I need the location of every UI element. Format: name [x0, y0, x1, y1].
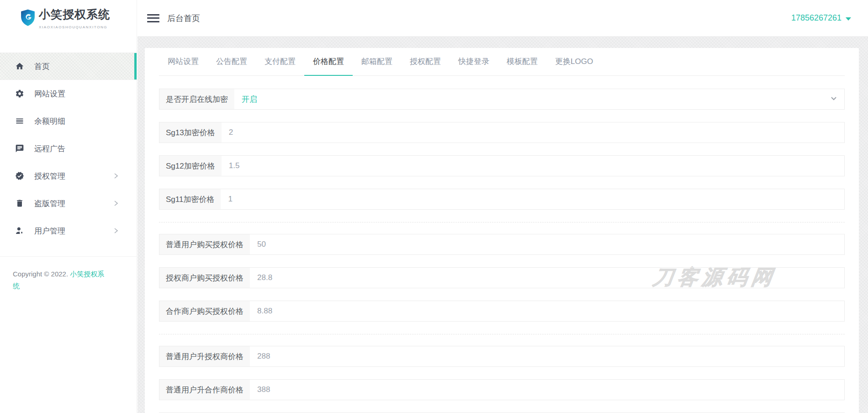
- app-root: 小笑授权系统 XIAOXIAOSHOUQUANXITONG 首页 网站设置: [0, 0, 868, 413]
- hamburger-icon[interactable]: [147, 12, 159, 24]
- select-value: 开启: [242, 94, 257, 105]
- sg13-price-input[interactable]: [222, 122, 844, 143]
- logo[interactable]: 小笑授权系统 XIAOXIAOSHOUQUANXITONG: [0, 0, 137, 37]
- field-label: 是否开启在线加密: [159, 89, 234, 109]
- tab-site-config[interactable]: 网站设置: [159, 48, 207, 76]
- field-label: Sg12加密价格: [159, 156, 222, 176]
- sidebar-item-piracy-manage[interactable]: 盗版管理: [0, 190, 137, 217]
- field-label: 普通用户升合作商价格: [159, 380, 250, 400]
- page-title: 后台首页: [167, 13, 200, 24]
- account-number: 17856267261: [791, 13, 842, 23]
- main-content: 网站设置 公告配置 支付配置 价格配置 邮箱配置 授权配置 快捷登录 模板配置 …: [138, 37, 868, 413]
- form-row-sg12: Sg12加密价格: [159, 155, 845, 176]
- chevron-right-icon: [114, 173, 118, 179]
- field-label: Sg13加密价格: [159, 122, 222, 143]
- partner-merchant-price-input[interactable]: [250, 301, 844, 321]
- tab-announcement-config[interactable]: 公告配置: [207, 48, 256, 76]
- sidebar-item-label: 盗版管理: [34, 198, 65, 209]
- badge-check-icon: [15, 171, 24, 180]
- caret-down-icon: [846, 17, 851, 21]
- section-divider: [159, 334, 845, 334]
- form-row-partner-merchant-price: 合作商户购买授权价格: [159, 301, 845, 322]
- sidebar-item-user-manage[interactable]: 用户管理: [0, 217, 137, 244]
- tab-payment-config[interactable]: 支付配置: [256, 48, 304, 76]
- sidebar-item-balance-detail[interactable]: 余额明细: [0, 107, 137, 135]
- trash-icon: [15, 199, 24, 208]
- field-label: Sg11加密价格: [159, 189, 221, 209]
- sidebar-item-label: 余额明细: [34, 116, 65, 127]
- logo-subtitle: XIAOXIAOSHOUQUANXITONG: [39, 25, 107, 29]
- normal-user-price-input[interactable]: [250, 234, 844, 254]
- online-encrypt-select[interactable]: 开启: [234, 89, 844, 109]
- account-dropdown[interactable]: 17856267261: [791, 13, 851, 23]
- message-icon: [15, 144, 24, 153]
- home-icon: [15, 62, 24, 71]
- sidebar-item-label: 授权管理: [34, 171, 65, 181]
- chevron-right-icon: [114, 200, 118, 206]
- form-row-normal-user-price: 普通用户购买授权价格: [159, 234, 845, 255]
- chevron-down-icon: [830, 95, 837, 104]
- sidebar-item-auth-manage[interactable]: 授权管理: [0, 162, 137, 190]
- field-label: 普通用户购买授权价格: [159, 234, 250, 254]
- tab-email-config[interactable]: 邮箱配置: [353, 48, 401, 76]
- price-config-form: 是否开启在线加密 开启 Sg13加密价格 Sg12加密价格: [159, 76, 845, 413]
- form-row-sg11: Sg11加密价格: [159, 189, 845, 210]
- sidebar-item-remote-ads[interactable]: 远程广告: [0, 135, 137, 162]
- tab-auth-config[interactable]: 授权配置: [401, 48, 450, 76]
- settings-card: 网站设置 公告配置 支付配置 价格配置 邮箱配置 授权配置 快捷登录 模板配置 …: [145, 48, 859, 413]
- gear-icon: [15, 89, 24, 98]
- logo-title: 小笑授权系统: [39, 8, 110, 21]
- sidebar-item-home[interactable]: 首页: [0, 53, 137, 80]
- form-row-auth-merchant-price: 授权商户购买授权价格: [159, 267, 845, 288]
- form-row-upgrade-partner-merchant: 普通用户升合作商价格: [159, 379, 845, 400]
- topbar: 后台首页 17856267261: [138, 0, 868, 37]
- field-label: 合作商户购买授权价格: [159, 301, 250, 321]
- sg12-price-input[interactable]: [222, 156, 844, 176]
- field-label: 普通用户升授权商价格: [159, 346, 250, 366]
- form-row-online-encrypt: 是否开启在线加密 开启: [159, 89, 845, 110]
- form-row-upgrade-auth-merchant: 普通用户升授权商价格: [159, 346, 845, 367]
- sidebar-item-site-settings[interactable]: 网站设置: [0, 80, 137, 107]
- sidebar-item-label: 首页: [34, 61, 50, 72]
- auth-merchant-price-input[interactable]: [250, 268, 844, 288]
- sidebar-item-label: 远程广告: [34, 143, 65, 154]
- tab-quick-login[interactable]: 快捷登录: [450, 48, 498, 76]
- section-divider: [159, 222, 845, 222]
- sidebar: 小笑授权系统 XIAOXIAOSHOUQUANXITONG 首页 网站设置: [0, 0, 137, 413]
- sidebar-nav: 首页 网站设置 余额明细 远程广告: [0, 53, 137, 244]
- list-icon: [15, 116, 24, 126]
- upgrade-auth-merchant-price-input[interactable]: [250, 346, 844, 366]
- copyright-text: Copyright © 2022.: [13, 270, 70, 278]
- tabs-bar: 网站设置 公告配置 支付配置 价格配置 邮箱配置 授权配置 快捷登录 模板配置 …: [159, 48, 845, 76]
- user-gear-icon: [15, 226, 24, 235]
- sidebar-item-label: 网站设置: [34, 89, 65, 99]
- chevron-right-icon: [114, 228, 118, 234]
- tab-change-logo[interactable]: 更换LOGO: [546, 48, 602, 76]
- sg11-price-input[interactable]: [221, 189, 844, 209]
- sidebar-item-label: 用户管理: [34, 226, 65, 236]
- copyright: Copyright © 2022. 小笑授权系统: [0, 256, 137, 292]
- tab-template-config[interactable]: 模板配置: [498, 48, 546, 76]
- tab-price-config[interactable]: 价格配置: [304, 48, 353, 76]
- field-label: 授权商户购买授权价格: [159, 268, 250, 288]
- shield-logo-icon: [20, 9, 36, 27]
- form-row-sg13: Sg13加密价格: [159, 122, 845, 143]
- upgrade-partner-merchant-price-input[interactable]: [250, 380, 844, 400]
